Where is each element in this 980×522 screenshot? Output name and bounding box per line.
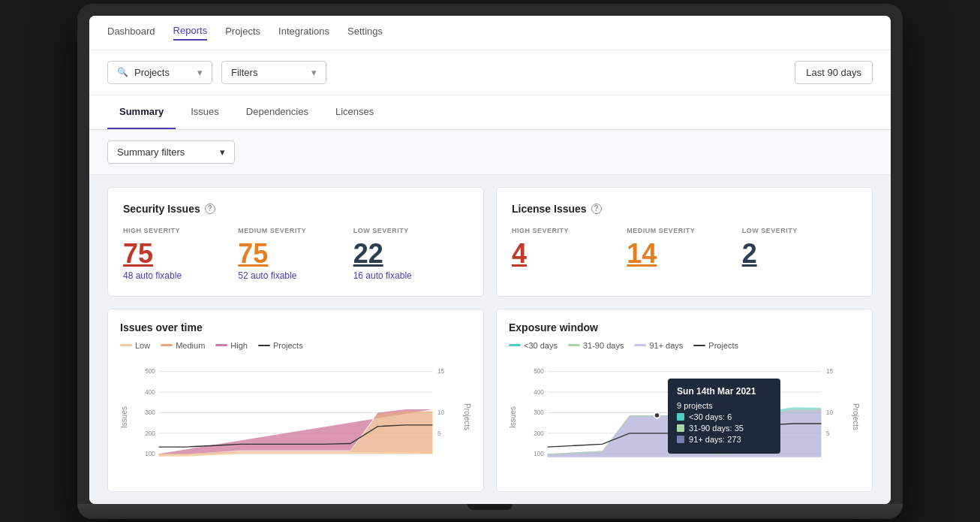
issues-chart-area: 500 400 300 200 100 xyxy=(131,356,460,479)
nav-projects[interactable]: Projects xyxy=(225,26,260,40)
lic-low-severity-col: LOW SEVERITY 2 xyxy=(742,227,857,270)
metrics-cards: Security Issues ? HIGH SEVERITY 75 48 au… xyxy=(89,175,891,309)
nav-reports[interactable]: Reports xyxy=(173,25,208,41)
svg-text:400: 400 xyxy=(145,388,155,395)
nav-dashboard[interactable]: Dashboard xyxy=(107,26,155,40)
legend-medium-color xyxy=(161,344,173,346)
low-severity-col: LOW SEVERITY 22 16 auto fixable xyxy=(353,227,468,281)
issues-chart-svg: 500 400 300 200 100 xyxy=(131,356,460,476)
issues-y-axis-label: Issues xyxy=(120,406,128,428)
help-icon[interactable]: ? xyxy=(591,204,602,214)
svg-text:500: 500 xyxy=(145,368,155,375)
issues-chart-card: Issues over time Low Medium High xyxy=(107,309,484,492)
svg-text:100: 100 xyxy=(145,450,155,457)
svg-text:300: 300 xyxy=(534,409,544,416)
issues-chart-wrapper: Issues 500 400 xyxy=(120,356,471,479)
issues-chart-legend: Low Medium High Projects xyxy=(120,341,471,350)
svg-text:5: 5 xyxy=(437,430,441,436)
lic-medium-severity-col: MEDIUM SEVERITY 14 xyxy=(627,227,741,270)
exposure-chart-area: 500 400 300 200 100 xyxy=(520,356,849,479)
projects-label: Projects xyxy=(134,67,170,78)
svg-text:15: 15 xyxy=(826,368,834,375)
svg-text:400: 400 xyxy=(534,388,544,395)
lic-high-number[interactable]: 4 xyxy=(512,240,627,267)
security-issues-card: Security Issues ? HIGH SEVERITY 75 48 au… xyxy=(107,187,484,297)
legend-high-color xyxy=(215,344,227,346)
nav-integrations[interactable]: Integrations xyxy=(278,26,329,40)
svg-text:10: 10 xyxy=(437,409,445,416)
low-severity-number[interactable]: 22 xyxy=(353,240,468,267)
exposure-chart-card: Exposure window <30 days 31-90 days 9 xyxy=(496,309,873,492)
svg-text:200: 200 xyxy=(534,430,544,436)
legend-projects-line xyxy=(258,345,270,346)
legend-projects: Projects xyxy=(258,341,303,350)
security-issues-title: Security Issues ? xyxy=(123,203,468,215)
issues-right-axis-label: Projects xyxy=(463,403,471,430)
legend-low: Low xyxy=(120,341,150,350)
svg-text:300: 300 xyxy=(145,409,155,416)
legend-91plus-color xyxy=(634,344,646,346)
lic-high-severity-col: HIGH SEVERITY 4 xyxy=(512,227,627,270)
exposure-chart-title: Exposure window xyxy=(509,321,860,333)
report-tabs: Summary Issues Dependencies Licenses xyxy=(89,95,891,130)
chevron-down-icon: ▾ xyxy=(220,146,225,158)
toolbar: 🔍 Projects ▾ Filters ▾ Last 90 days xyxy=(89,50,891,95)
date-range-button[interactable]: Last 90 days xyxy=(795,61,873,84)
legend-exp-projects-line xyxy=(693,345,705,346)
high-severity-number[interactable]: 75 xyxy=(123,240,238,267)
svg-text:10: 10 xyxy=(826,409,834,416)
high-severity-col: HIGH SEVERITY 75 48 auto fixable xyxy=(123,227,238,281)
legend-30days-color xyxy=(509,344,521,346)
legend-30days: <30 days xyxy=(509,341,558,350)
exposure-right-axis-label: Projects xyxy=(852,403,860,430)
exposure-chart-legend: <30 days 31-90 days 91+ days Projec xyxy=(509,341,860,350)
exposure-chart-wrapper: Issues 500 400 xyxy=(509,356,860,479)
svg-text:5: 5 xyxy=(826,430,830,436)
charts-row: Issues over time Low Medium High xyxy=(89,309,891,504)
filter-row: Summary filters ▾ xyxy=(89,130,891,175)
legend-90days-color xyxy=(568,344,580,346)
issues-chart-title: Issues over time xyxy=(120,321,471,333)
lic-medium-number[interactable]: 14 xyxy=(627,240,741,267)
tab-summary[interactable]: Summary xyxy=(107,95,176,129)
filters-label: Filters xyxy=(231,67,257,78)
legend-91plus: 91+ days xyxy=(634,341,683,350)
svg-text:500: 500 xyxy=(534,368,544,375)
low-auto-fixable[interactable]: 16 auto fixable xyxy=(353,270,468,281)
tab-dependencies[interactable]: Dependencies xyxy=(234,95,320,129)
license-issues-title: License Issues ? xyxy=(512,203,857,215)
license-issues-card: License Issues ? HIGH SEVERITY 4 MEDIUM … xyxy=(496,187,873,297)
medium-severity-col: MEDIUM SEVERITY 75 52 auto fixable xyxy=(238,227,353,281)
tab-licenses[interactable]: Licenses xyxy=(323,95,386,129)
legend-low-color xyxy=(120,344,132,346)
chevron-down-icon: ▾ xyxy=(197,67,203,78)
exposure-chart-svg: 500 400 300 200 100 xyxy=(520,356,849,476)
high-auto-fixable[interactable]: 48 auto fixable xyxy=(123,270,238,281)
tab-issues[interactable]: Issues xyxy=(179,95,231,129)
svg-text:15: 15 xyxy=(437,368,445,375)
svg-text:200: 200 xyxy=(145,430,155,436)
help-icon[interactable]: ? xyxy=(205,204,215,214)
legend-high: High xyxy=(215,341,248,350)
legend-90days: 31-90 days xyxy=(568,341,624,350)
search-icon: 🔍 xyxy=(117,67,128,77)
summary-filters-label: Summary filters xyxy=(117,146,185,158)
medium-severity-number[interactable]: 75 xyxy=(238,240,353,267)
projects-dropdown[interactable]: 🔍 Projects ▾ xyxy=(107,61,212,84)
filters-dropdown[interactable]: Filters ▾ xyxy=(221,61,326,84)
legend-exp-projects: Projects xyxy=(693,341,738,350)
summary-filters-dropdown[interactable]: Summary filters ▾ xyxy=(107,140,235,164)
svg-text:100: 100 xyxy=(534,450,544,457)
nav-settings[interactable]: Settings xyxy=(347,26,383,40)
svg-point-29 xyxy=(654,412,660,418)
medium-auto-fixable[interactable]: 52 auto fixable xyxy=(238,270,353,281)
exposure-y-axis-label: Issues xyxy=(509,406,517,428)
main-nav: Dashboard Reports Projects Integrations … xyxy=(89,16,891,50)
legend-medium: Medium xyxy=(161,341,205,350)
chevron-down-icon: ▾ xyxy=(311,67,317,78)
lic-low-number[interactable]: 2 xyxy=(742,240,857,267)
